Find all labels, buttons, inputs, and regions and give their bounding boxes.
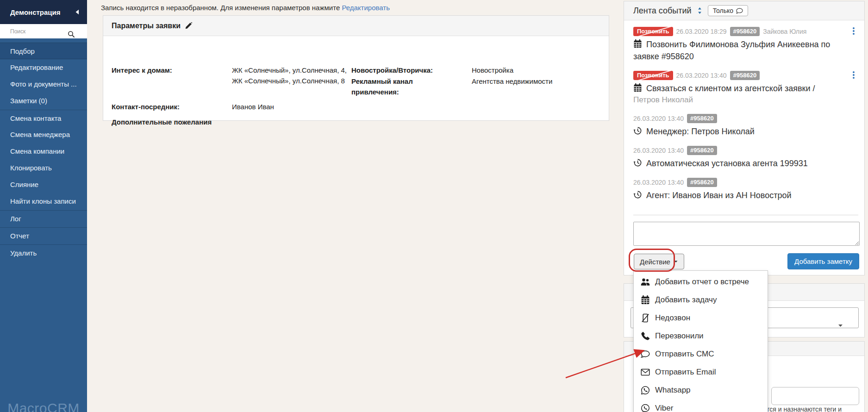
request-id-badge: #958620	[730, 71, 760, 80]
sidebar-item[interactable]: Смена контакта	[0, 110, 87, 126]
search-input[interactable]	[0, 24, 69, 38]
sidebar-item[interactable]: Редактирование	[0, 59, 87, 76]
action-menu-item[interactable]: Добавить задачу	[634, 291, 768, 309]
caret-down-icon	[674, 259, 678, 264]
event-datetime: 26.03.2020 13:40	[633, 179, 684, 186]
sidebar-item[interactable]: Фото и документы ...	[0, 76, 87, 93]
action-menu-item[interactable]: Whatsapp	[634, 381, 768, 399]
call-status-badge: Позвонить	[633, 71, 673, 80]
action-menu-item[interactable]: Недозвон	[634, 309, 768, 327]
feed-event: 26.03.2020 13:40 #958620 Менеджер: Петро…	[633, 114, 856, 137]
sidebar-item[interactable]: Клонировать	[0, 160, 87, 176]
wishes-label: Дополнительные пожелания	[112, 117, 260, 127]
action-menu-item-label: Отправить Email	[655, 368, 716, 377]
action-menu-item-icon	[641, 313, 651, 323]
sidebar-item-label: Смена менеджера	[10, 131, 70, 138]
action-menu-item-label: Отправить СМС	[655, 350, 714, 359]
chat-icon	[736, 7, 743, 14]
sidebar-item[interactable]: Отчет	[0, 227, 87, 244]
sidebar-menu: Подбор Редактирование Фото и документы .…	[0, 38, 87, 261]
search-icon[interactable]	[74, 27, 81, 35]
contact-label: Контакт-посредник:	[112, 101, 218, 112]
event-datetime: 26.03.2020 18:29	[676, 28, 727, 35]
interest-value: ЖК «Солнечный», ул.Солнечная, 4, ЖК «Сол…	[232, 65, 349, 86]
feed-event: 26.03.2020 13:40 #958620 Агент: Иванов И…	[633, 178, 856, 201]
sidebar-item[interactable]: Заметки (0)	[0, 93, 87, 109]
request-id-badge: #958620	[687, 114, 717, 123]
sidebar-search	[0, 24, 87, 38]
feed-event: 26.03.2020 13:40 #958620 Автоматическая …	[633, 146, 856, 169]
action-dropdown-button[interactable]: Действие	[634, 254, 684, 269]
add-note-button[interactable]: Добавить заметку	[787, 253, 859, 269]
action-menu-item-icon	[641, 331, 651, 341]
sidebar-item-label: Слияние	[10, 181, 38, 188]
note-textarea[interactable]	[633, 222, 860, 246]
event-meta-row: 26.03.2020 13:40 #958620	[633, 114, 856, 123]
event-title: Позвонить Филимонова Зульфия Аникеевна п…	[633, 38, 856, 62]
call-status-badge: Позвонить	[633, 27, 673, 36]
event-datetime: 26.03.2020 13:40	[633, 147, 684, 154]
action-menu-item-label: Whatsapp	[655, 386, 691, 395]
event-title-text: Менеджер: Петров Николай	[646, 127, 755, 136]
params-panel-header: Параметры заявки	[103, 16, 609, 36]
action-menu-item[interactable]: Добавить отчет о встрече	[634, 273, 768, 291]
event-title: Агент: Иванов Иван из АН Новострой	[633, 189, 856, 201]
event-title-text: Агент: Иванов Иван из АН Новострой	[646, 191, 791, 200]
sidebar-item-label: Лог	[10, 215, 21, 223]
action-menu-item-icon	[641, 277, 651, 287]
event-menu-dots-icon[interactable]	[849, 27, 858, 35]
crm-page: Демонстрация Подбор Редактирование Фото …	[0, 0, 868, 412]
action-menu-item-label: Добавить отчет о встрече	[655, 277, 749, 287]
request-id-badge: #958620	[687, 178, 717, 187]
sidebar-item[interactable]: Найти клоны записи	[0, 193, 87, 210]
action-menu-item[interactable]: Viber	[634, 399, 768, 412]
sidebar-item[interactable]: Подбор	[0, 43, 87, 59]
sidebar-item[interactable]: Лог	[0, 210, 87, 227]
request-id-badge: #958620	[687, 146, 717, 155]
action-menu-item-icon	[641, 404, 651, 412]
event-list: Позвонить 26.03.2020 18:29 #958620 Зайко…	[624, 20, 864, 201]
contact-value: Иванов Иван	[232, 101, 349, 112]
only-notes-filter-button[interactable]: Только	[708, 5, 748, 16]
sidebar-item[interactable]: Удалить	[0, 244, 87, 261]
action-menu-item-label: Перезвонили	[655, 331, 704, 341]
action-menu-item[interactable]: Отправить Email	[634, 363, 768, 381]
params-panel-title: Параметры заявки	[112, 22, 181, 30]
feed-divider	[633, 215, 858, 215]
event-title: Связаться с клиентом из агентской заявки…	[633, 82, 856, 94]
sort-order-icon[interactable]	[696, 7, 703, 14]
select-caret-icon	[845, 315, 851, 321]
event-type-icon	[633, 190, 642, 199]
sidebar-item-label: Смена компании	[10, 147, 64, 155]
sidebar-header: Демонстрация	[0, 0, 87, 24]
sidebar-item-label: Подбор	[10, 47, 35, 55]
sidebar-item[interactable]: Смена компании	[0, 143, 87, 160]
sidebar: Демонстрация Подбор Редактирование Фото …	[0, 0, 87, 412]
action-button-label: Действие	[640, 258, 670, 266]
event-menu-dots-icon[interactable]	[849, 71, 858, 79]
feed-event: Позвонить 26.03.2020 18:29 #958620 Зайко…	[633, 27, 856, 62]
event-meta-row: Позвонить 26.03.2020 18:29 #958620 Зайко…	[633, 27, 856, 36]
tag-input[interactable]	[771, 387, 859, 405]
action-menu-item-label: Недозвон	[655, 313, 690, 323]
action-menu-item-icon	[641, 386, 651, 395]
notice-text: Запись находится в неразобранном. Для из…	[101, 4, 340, 12]
feed-header: Лента событий Только	[624, 1, 864, 20]
action-dropdown-menu: Добавить отчет о встрече Добавить задачу…	[633, 270, 768, 412]
sidebar-item[interactable]: Смена менеджера	[0, 126, 87, 143]
sidebar-item[interactable]: Слияние	[0, 176, 87, 193]
action-menu-item[interactable]: Перезвонили	[634, 327, 768, 345]
event-title-text: Позвонить Филимонова Зульфия Аникеевна п…	[633, 40, 830, 61]
request-id-badge: #958620	[730, 27, 760, 36]
sidebar-item-label: Фото и документы ...	[10, 80, 77, 88]
edit-pencil-icon[interactable]	[185, 22, 192, 30]
event-title: Автоматическая установка агента 199931	[633, 157, 856, 169]
event-meta-row: Позвонить 26.03.2020 13:40 #958620	[633, 71, 856, 80]
sidebar-collapse-icon[interactable]	[74, 9, 81, 15]
edit-link[interactable]: Редактировать	[342, 4, 390, 12]
event-type-icon	[633, 39, 642, 48]
action-menu-item[interactable]: Отправить СМС	[634, 345, 768, 363]
event-meta-row: 26.03.2020 13:40 #958620	[633, 178, 856, 187]
action-menu-item-icon	[641, 350, 651, 359]
event-author: Зайкова Юлия	[763, 28, 806, 35]
